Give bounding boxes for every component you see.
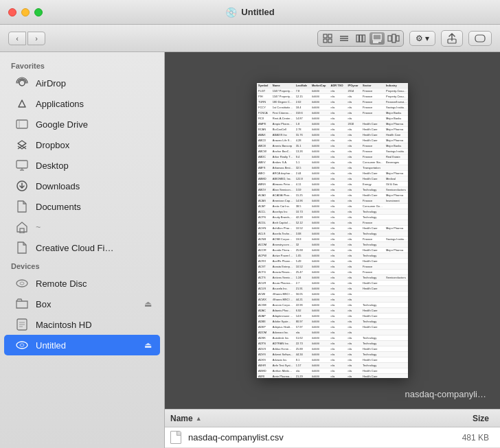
sidebar-item-desktop[interactable]: Desktop (4, 155, 160, 176)
share-button[interactable] (441, 30, 463, 47)
maximize-button[interactable] (34, 8, 43, 16)
svg-rect-9 (363, 35, 365, 42)
sidebar-item-dropbox[interactable]: Dropbox (4, 134, 160, 155)
gear-chevron: ▾ (425, 34, 429, 43)
box-folder-icon (15, 297, 29, 311)
macintosh-hd-icon (15, 318, 29, 331)
devices-label: Devices (0, 258, 164, 273)
minimize-button[interactable] (21, 8, 30, 16)
box-label: Box (36, 299, 51, 309)
sidebar-item-downloads[interactable]: Downloads (4, 176, 160, 196)
remote-disc-icon (15, 276, 29, 290)
back-icon: ‹ (16, 34, 19, 43)
file-icon (170, 431, 183, 445)
view-columns-button[interactable] (353, 32, 368, 45)
column-size[interactable]: Size (440, 414, 495, 423)
sidebar-item-applications[interactable]: Applications (4, 93, 160, 114)
favorites-label: Favorites (0, 58, 164, 73)
forward-button[interactable]: › (27, 32, 45, 45)
drive-icon: 💿 (225, 7, 237, 18)
share-icon (447, 33, 457, 44)
back-button[interactable]: ‹ (8, 32, 26, 45)
svg-point-27 (20, 282, 24, 285)
sidebar-item-home[interactable]: ~ (4, 217, 160, 237)
sidebar-item-box[interactable]: Box ⏏ (4, 294, 160, 314)
sidebar-item-untitled[interactable]: Untitled ⏏ (4, 335, 160, 355)
column-name[interactable]: Name ▲ (170, 414, 440, 423)
documents-label: Documents (36, 202, 81, 212)
view-gallery-button[interactable] (386, 32, 401, 45)
column-name-label: Name (170, 414, 193, 423)
toolbar: ‹ › (0, 25, 500, 52)
svg-rect-3 (328, 39, 332, 43)
svg-rect-7 (356, 35, 359, 42)
svg-rect-13 (388, 36, 391, 41)
column-size-label: Size (473, 414, 489, 423)
svg-rect-19 (16, 120, 27, 128)
tag-button[interactable] (468, 31, 492, 46)
applications-icon (15, 97, 29, 110)
sidebar: Favorites AirDrop Applications (0, 52, 165, 448)
sidebar-item-macintosh-hd[interactable]: Macintosh HD (4, 314, 160, 335)
sidebar-item-google-drive[interactable]: Google Drive (4, 114, 160, 134)
airdrop-icon (15, 76, 29, 90)
airdrop-label: AirDrop (36, 78, 66, 89)
macintosh-hd-label: Macintosh HD (36, 320, 92, 330)
file-row[interactable]: nasdaq-companylist.csv 481 KB (165, 427, 500, 448)
dropbox-label: Dropbox (36, 140, 69, 150)
title-bar-center: 💿 Untitled (225, 7, 274, 18)
desktop-icon (15, 158, 29, 172)
svg-point-18 (19, 80, 25, 86)
sidebar-item-creative-cloud[interactable]: Creative Cloud Fi… (4, 237, 160, 258)
title-bar: 💿 Untitled (0, 0, 500, 25)
downloads-label: Downloads (36, 181, 80, 191)
svg-rect-17 (475, 35, 485, 42)
google-drive-icon (15, 117, 29, 131)
view-cover-button[interactable] (370, 32, 385, 45)
view-list-button[interactable] (337, 32, 352, 45)
csv-table: SymbolNameLastSaleMarketCapADR TSOIPOyea… (257, 83, 408, 378)
preview-area: SymbolNameLastSaleMarketCapADR TSOIPOyea… (165, 52, 500, 409)
close-button[interactable] (8, 8, 16, 16)
creative-cloud-label: Creative Cloud Fi… (36, 243, 113, 253)
file-size: 481 KB (440, 433, 495, 443)
untitled-eject-icon[interactable]: ⏏ (144, 340, 152, 350)
sidebar-item-remote-disc[interactable]: Remote Disc (4, 273, 160, 294)
csv-preview: SymbolNameLastSaleMarketCapADR TSOIPOyea… (257, 83, 408, 378)
dropbox-icon (15, 138, 29, 152)
creative-cloud-icon (15, 241, 29, 255)
svg-rect-2 (323, 39, 327, 43)
svg-rect-14 (392, 34, 396, 43)
view-controls (317, 30, 404, 47)
untitled-drive-icon (15, 338, 29, 352)
file-icon-doc (170, 431, 181, 444)
svg-point-32 (16, 342, 27, 349)
downloads-icon (15, 179, 29, 193)
svg-point-26 (16, 280, 27, 287)
preview-label: nasdaq-companyli… (405, 389, 486, 399)
svg-rect-21 (16, 161, 27, 168)
gear-icon: ⚙ (416, 34, 423, 43)
svg-rect-0 (323, 34, 327, 38)
remote-disc-label: Remote Disc (36, 279, 87, 289)
svg-point-33 (20, 344, 24, 346)
file-name: nasdaq-companylist.csv (188, 432, 440, 443)
box-eject-icon[interactable]: ⏏ (144, 299, 152, 309)
documents-icon (15, 200, 29, 213)
gear-action-button[interactable]: ⚙ ▾ (409, 31, 435, 46)
file-area: SymbolNameLastSaleMarketCapADR TSOIPOyea… (165, 52, 500, 448)
svg-rect-1 (328, 34, 332, 38)
view-icon-button[interactable] (320, 32, 335, 45)
sidebar-item-documents[interactable]: Documents (4, 196, 160, 217)
sort-icon: ▲ (196, 415, 202, 422)
main-content: Favorites AirDrop Applications (0, 52, 500, 448)
svg-rect-10 (373, 34, 381, 40)
forward-icon: › (35, 34, 38, 43)
sidebar-item-airdrop[interactable]: AirDrop (4, 73, 160, 93)
window-title: Untitled (241, 7, 274, 17)
file-list-area: Name ▲ Size nasdaq-companylist.csv 481 K… (165, 409, 500, 448)
svg-rect-15 (396, 36, 399, 41)
untitled-label: Untitled (36, 340, 66, 351)
svg-rect-25 (20, 228, 24, 233)
tag-icon (475, 34, 486, 43)
